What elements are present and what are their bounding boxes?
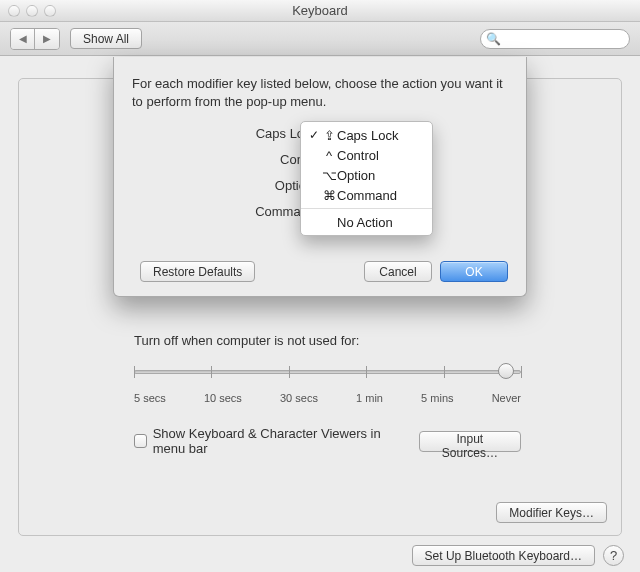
- bluetooth-keyboard-button[interactable]: Set Up Bluetooth Keyboard…: [412, 545, 595, 566]
- tick-label: 5 mins: [421, 392, 453, 404]
- tick-label: 1 min: [356, 392, 383, 404]
- menu-item-option[interactable]: ⌥ Option: [301, 165, 432, 185]
- slider-thumb[interactable]: [498, 363, 514, 379]
- ok-button[interactable]: OK: [440, 261, 508, 282]
- zoom-window-button[interactable]: [44, 5, 56, 17]
- tick-label: Never: [492, 392, 521, 404]
- tick-label: 5 secs: [134, 392, 166, 404]
- forward-button[interactable]: ▶: [35, 29, 59, 49]
- modifier-keys-button[interactable]: Modifier Keys…: [496, 502, 607, 523]
- turnoff-label: Turn off when computer is not used for:: [134, 333, 521, 348]
- search-icon: 🔍: [486, 32, 501, 46]
- menu-item-noaction[interactable]: No Action: [301, 212, 432, 232]
- nav-segment: ◀ ▶: [10, 28, 60, 50]
- input-sources-button[interactable]: Input Sources…: [419, 431, 521, 452]
- search-input[interactable]: [480, 29, 630, 49]
- menu-item-capslock[interactable]: ✓ ⇪ Caps Lock: [301, 125, 432, 145]
- window-title: Keyboard: [0, 3, 640, 18]
- help-button[interactable]: ?: [603, 545, 624, 566]
- menu-separator: [301, 208, 432, 209]
- show-all-button[interactable]: Show All: [70, 28, 142, 49]
- back-button[interactable]: ◀: [11, 29, 35, 49]
- close-window-button[interactable]: [8, 5, 20, 17]
- show-viewers-label: Show Keyboard & Character Viewers in men…: [153, 426, 407, 456]
- tick-label: 30 secs: [280, 392, 318, 404]
- idle-slider[interactable]: [134, 362, 521, 388]
- tick-label: 10 secs: [204, 392, 242, 404]
- minimize-window-button[interactable]: [26, 5, 38, 17]
- capslock-menu: ✓ ⇪ Caps Lock ^ Control ⌥ Option ⌘ Comma…: [300, 121, 433, 236]
- sheet-intro: For each modifier key listed below, choo…: [132, 75, 508, 110]
- check-icon: ✓: [307, 128, 321, 142]
- restore-defaults-button[interactable]: Restore Defaults: [140, 261, 255, 282]
- menu-item-command[interactable]: ⌘ Command: [301, 185, 432, 205]
- menu-item-control[interactable]: ^ Control: [301, 145, 432, 165]
- cancel-button[interactable]: Cancel: [364, 261, 432, 282]
- show-viewers-checkbox[interactable]: [134, 434, 147, 448]
